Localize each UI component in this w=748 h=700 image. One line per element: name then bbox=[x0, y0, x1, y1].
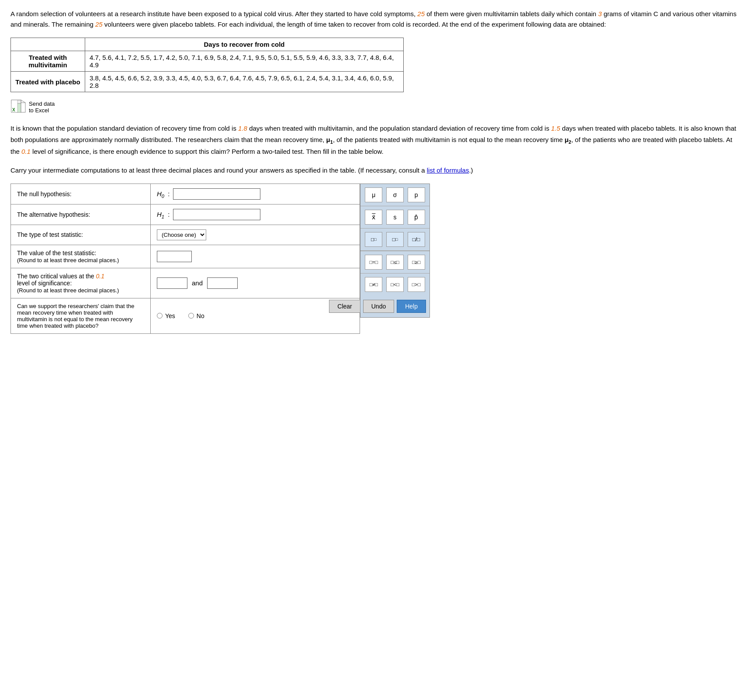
clear-button[interactable]: Clear bbox=[329, 300, 360, 313]
alt-h-notation: H1 bbox=[157, 211, 166, 218]
help-button[interactable]: Help bbox=[397, 300, 426, 313]
sd1: 1.8 bbox=[238, 125, 247, 132]
critical-values-row: The two critical values at the 0.1 level… bbox=[11, 268, 360, 298]
alt-hypothesis-row: The alternative hypothesis: H1 : bbox=[11, 204, 360, 225]
critical-values-group: and bbox=[157, 277, 353, 289]
s-button[interactable]: s bbox=[386, 210, 404, 225]
highlight-25a: 25 bbox=[417, 10, 425, 17]
row2-label: Treated with placebo bbox=[11, 72, 85, 92]
operator-row-1: □=□ □≤□ □≥□ bbox=[360, 251, 429, 274]
null-hypothesis-input[interactable] bbox=[173, 188, 260, 200]
geq-button[interactable]: □≥□ bbox=[408, 255, 425, 270]
data-table: Days to recover from cold Treated with m… bbox=[10, 38, 404, 92]
superscript-box-button[interactable]: □□ bbox=[365, 232, 382, 247]
and-label: and bbox=[192, 279, 203, 287]
null-hypothesis-input-cell: H0 : bbox=[151, 184, 360, 204]
row1-label: Treated with multivitamin bbox=[11, 51, 85, 72]
neq-button[interactable]: □≠□ bbox=[365, 277, 382, 292]
excel-text: Send data to Excel bbox=[29, 100, 55, 114]
test-value-label: The value of the test statistic: (Round … bbox=[11, 245, 151, 268]
symbol-row-1: μ σ p bbox=[360, 184, 429, 206]
alt-hypothesis-label: The alternative hypothesis: bbox=[11, 204, 151, 225]
final-question-row: Can we support the researchers' claim th… bbox=[11, 298, 360, 333]
highlight-3: 3 bbox=[598, 10, 602, 17]
test-type-row: The type of test statistic: (Choose one)… bbox=[11, 225, 360, 245]
test-type-label: The type of test statistic: bbox=[11, 225, 151, 245]
yes-label[interactable]: Yes bbox=[157, 312, 175, 319]
symbol-panel: μ σ p x̄ s p̂ □□ □□ □/□ □=□ □≤□ □≥□ □≠□ … bbox=[360, 184, 430, 318]
sd2: 1.5 bbox=[551, 125, 560, 132]
symbol-row-3: □□ □□ □/□ bbox=[360, 229, 429, 251]
xbar-button[interactable]: x̄ bbox=[365, 210, 382, 225]
alt-hypothesis-input[interactable] bbox=[173, 209, 260, 220]
operator-row-2: □≠□ □<□ □>□ bbox=[360, 274, 429, 295]
final-question-label: Can we support the researchers' claim th… bbox=[11, 298, 151, 333]
main-layout: The null hypothesis: H0 : The alternativ… bbox=[10, 184, 738, 334]
test-value-input-cell bbox=[151, 245, 360, 268]
undo-button[interactable]: Undo bbox=[363, 300, 394, 313]
test-type-input-cell: (Choose one) Z t Chi-square F bbox=[151, 225, 360, 245]
middle-text: It is known that the population standard… bbox=[10, 123, 738, 157]
mu-button[interactable]: μ bbox=[365, 187, 382, 202]
row2-data: 3.8, 4.5, 4.5, 6.6, 5.2, 3.9, 3.3, 4.5, … bbox=[85, 72, 404, 92]
excel-link-area[interactable]: X Send data to Excel bbox=[10, 99, 738, 115]
svg-rect-6 bbox=[21, 103, 25, 112]
intro-paragraph: A random selection of volunteers at a re… bbox=[10, 9, 738, 30]
level: 0.1 bbox=[21, 148, 31, 155]
null-hypothesis-row: The null hypothesis: H0 : bbox=[11, 184, 360, 204]
svg-line-5 bbox=[21, 100, 25, 103]
null-h-notation: H0 bbox=[157, 190, 166, 198]
eq-button[interactable]: □=□ bbox=[365, 255, 382, 270]
phat-button[interactable]: p̂ bbox=[408, 210, 425, 225]
test-type-select[interactable]: (Choose one) Z t Chi-square F bbox=[157, 229, 206, 240]
critical-values-label: The two critical values at the 0.1 level… bbox=[11, 268, 151, 298]
svg-text:X: X bbox=[12, 107, 15, 112]
excel-icon: X bbox=[10, 99, 26, 115]
symbol-row-2: x̄ s p̂ bbox=[360, 206, 429, 229]
table-header: Days to recover from cold bbox=[85, 38, 404, 51]
alt-sub: 1 bbox=[162, 214, 164, 219]
yes-no-group: Yes No bbox=[157, 312, 353, 319]
subscript-box-button[interactable]: □□ bbox=[386, 232, 404, 247]
row1-data: 4.7, 5.6, 4.1, 7.2, 5.5, 1.7, 4.2, 5.0, … bbox=[85, 51, 404, 72]
no-radio[interactable] bbox=[188, 313, 194, 319]
critical-level: 0.1 bbox=[96, 273, 104, 280]
alt-hypothesis-input-cell: H1 : bbox=[151, 204, 360, 225]
yes-radio[interactable] bbox=[157, 313, 163, 319]
fraction-box-button[interactable]: □/□ bbox=[408, 232, 425, 247]
critical-values-input-cell: and bbox=[151, 268, 360, 298]
final-question-input-cell: Yes No bbox=[151, 298, 360, 333]
leq-button[interactable]: □≤□ bbox=[386, 255, 404, 270]
highlight-25b: 25 bbox=[95, 21, 103, 28]
no-label[interactable]: No bbox=[188, 312, 204, 319]
sigma-button[interactable]: σ bbox=[386, 187, 404, 202]
p-button[interactable]: p bbox=[408, 187, 425, 202]
critical-value-1-input[interactable] bbox=[157, 277, 187, 289]
test-value-row: The value of the test statistic: (Round … bbox=[11, 245, 360, 268]
lt-button[interactable]: □<□ bbox=[386, 277, 404, 292]
critical-value-2-input[interactable] bbox=[207, 277, 238, 289]
null-sub: 0 bbox=[162, 194, 164, 199]
null-hypothesis-label: The null hypothesis: bbox=[11, 184, 151, 204]
test-value-input[interactable] bbox=[157, 251, 192, 262]
form-table: The null hypothesis: H0 : The alternativ… bbox=[10, 184, 360, 334]
gt-button[interactable]: □>□ bbox=[408, 277, 425, 292]
formulas-link[interactable]: list of formulas bbox=[427, 166, 469, 174]
carry-text: Carry your intermediate computations to … bbox=[10, 165, 738, 176]
action-row: Clear Undo Help bbox=[360, 295, 429, 317]
